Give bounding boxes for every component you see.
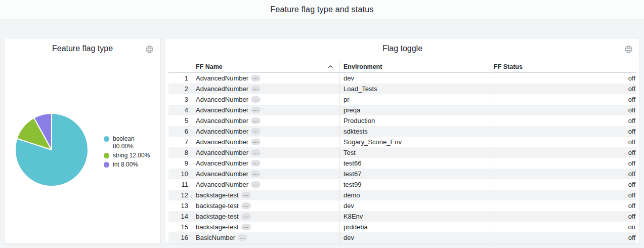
cell-actions-button[interactable]: ⋯ (251, 171, 261, 177)
cell-actions-button[interactable]: ⋯ (241, 202, 251, 209)
ff-name-cell: AdvancedNumber⋯ (192, 105, 339, 115)
ff-name-text: AdvancedNumber (196, 115, 248, 126)
environment-cell: Test (339, 147, 490, 158)
environment-cell: prddeba (339, 222, 490, 232)
row-number-cell: 5 (168, 115, 192, 126)
ellipsis-icon: ⋯ (253, 97, 259, 102)
ff-name-text: backstage-test (196, 190, 239, 200)
ff-status-cell: off (490, 179, 636, 190)
cell-actions-button[interactable]: ⋯ (251, 181, 261, 188)
table-row: 2AdvancedNumber⋯Load_Testsoff (168, 84, 636, 94)
row-number-cell: 13 (168, 200, 192, 211)
ellipsis-icon: ⋯ (253, 182, 259, 187)
ff-status-cell: off (490, 105, 636, 115)
row-number-cell: 14 (168, 211, 192, 222)
cell-actions-button[interactable]: ⋯ (241, 192, 251, 198)
ff-name-cell: AdvancedNumber⋯ (192, 84, 339, 94)
cell-actions-button[interactable]: ⋯ (251, 160, 261, 167)
ff-name-cell: AdvancedNumber⋯ (192, 126, 339, 137)
ellipsis-icon: ⋯ (253, 140, 259, 145)
ff-status-cell: off (490, 200, 636, 211)
cell-actions-button[interactable]: ⋯ (251, 149, 261, 156)
ff-status-cell: off (490, 147, 636, 158)
ff-status-cell: off (490, 232, 636, 243)
environment-cell: test99 (339, 179, 490, 190)
globe-icon (145, 48, 154, 55)
environment-cell: K8Env (339, 211, 490, 222)
ff-name-cell: AdvancedNumber⋯ (192, 73, 339, 84)
cell-actions-button[interactable]: ⋯ (251, 107, 261, 113)
environment-cell: Production (339, 115, 490, 126)
ff-name-text: BasicNumber (196, 232, 235, 243)
table-row: 9AdvancedNumber⋯test66off (168, 158, 636, 169)
dashboard-title: Feature flag type and status (271, 5, 374, 14)
ff-name-text: AdvancedNumber (196, 105, 248, 115)
column-header-environment[interactable]: Environment (339, 61, 490, 72)
table-row: 6AdvancedNumber⋯sdktestsoff (168, 126, 636, 137)
ellipsis-icon: ⋯ (253, 172, 259, 177)
ellipsis-icon: ⋯ (253, 108, 259, 113)
ff-name-text: AdvancedNumber (196, 158, 248, 169)
ff-name-cell: backstage-test⋯ (192, 190, 339, 200)
pie-panel-title[interactable]: Feature flag type (52, 44, 113, 53)
table-row: 11AdvancedNumber⋯test99off (168, 179, 636, 190)
column-header-ff-status[interactable]: FF Status (490, 61, 636, 72)
panel-links-button[interactable] (145, 45, 154, 54)
pie-panel-header: Feature flag type (5, 38, 160, 59)
table-row: 1AdvancedNumber⋯devoff (168, 73, 636, 84)
ff-name-cell: AdvancedNumber⋯ (192, 179, 339, 190)
ellipsis-icon: ⋯ (243, 203, 249, 209)
pie-legend: boolean80.00%string 12.00%int 8.00% (104, 135, 150, 170)
panel-links-button[interactable] (624, 45, 633, 54)
flag-table: FF Name Environment FF Status 1AdvancedN… (168, 61, 636, 243)
cell-actions-button[interactable]: ⋯ (251, 75, 261, 81)
environment-cell: preqa (339, 105, 490, 115)
environment-cell: demo (339, 190, 490, 200)
cell-actions-button[interactable]: ⋯ (241, 213, 251, 220)
legend-label: boolean80.00% (113, 135, 135, 150)
cell-actions-button[interactable]: ⋯ (251, 96, 261, 103)
row-number-cell: 4 (168, 105, 192, 115)
ff-name-text: backstage-test (196, 200, 239, 211)
ff-name-text: AdvancedNumber (196, 147, 248, 158)
cell-actions-button[interactable]: ⋯ (251, 86, 261, 92)
row-number-cell: 16 (168, 232, 192, 243)
table-row: 8AdvancedNumber⋯Testoff (168, 147, 636, 158)
ff-name-cell: AdvancedNumber⋯ (192, 137, 339, 147)
legend-color-dot (104, 136, 109, 142)
row-number-cell: 2 (168, 84, 192, 94)
ff-name-text: AdvancedNumber (196, 84, 248, 94)
table-body[interactable]: 1AdvancedNumber⋯devoff2AdvancedNumber⋯Lo… (168, 73, 636, 243)
table-row: 3AdvancedNumber⋯proff (168, 94, 636, 105)
ellipsis-icon: ⋯ (253, 87, 259, 92)
legend-item-int[interactable]: int 8.00% (104, 161, 150, 169)
ff-name-cell: AdvancedNumber⋯ (192, 169, 339, 179)
column-header-ff-name[interactable]: FF Name (192, 61, 339, 72)
table-row: 15backstage-test⋯prddebaon (168, 222, 636, 232)
row-number-cell: 3 (168, 94, 192, 105)
table-row: 14backstage-test⋯K8Envoff (168, 211, 636, 222)
cell-actions-button[interactable]: ⋯ (241, 224, 251, 230)
table-panel-title[interactable]: Flag toggle (382, 44, 422, 53)
legend-item-boolean[interactable]: boolean80.00% (104, 135, 150, 150)
table-row: 16BasicNumber⋯devoff (168, 232, 636, 243)
cell-actions-button[interactable]: ⋯ (251, 117, 261, 124)
ff-name-text: backstage-test (196, 222, 239, 232)
table-panel: Flag toggle FF Name Environment (165, 38, 640, 244)
row-number-header (168, 61, 192, 72)
cell-actions-button[interactable]: ⋯ (238, 234, 247, 241)
legend-item-string[interactable]: string 12.00% (104, 152, 150, 159)
legend-color-dot (104, 162, 109, 168)
ff-status-cell: on (490, 222, 636, 232)
column-header-label: FF Status (494, 63, 523, 70)
ellipsis-icon: ⋯ (243, 193, 249, 198)
ellipsis-icon: ⋯ (253, 150, 259, 155)
table-row: 13backstage-test⋯devoff (168, 200, 636, 211)
sort-ascending-icon (328, 65, 333, 68)
cell-actions-button[interactable]: ⋯ (251, 128, 261, 135)
ff-name-cell: AdvancedNumber⋯ (192, 147, 339, 158)
environment-cell: dev (339, 200, 490, 211)
environment-cell: pr (339, 94, 490, 105)
ff-name-text: AdvancedNumber (196, 126, 248, 137)
cell-actions-button[interactable]: ⋯ (251, 139, 261, 145)
